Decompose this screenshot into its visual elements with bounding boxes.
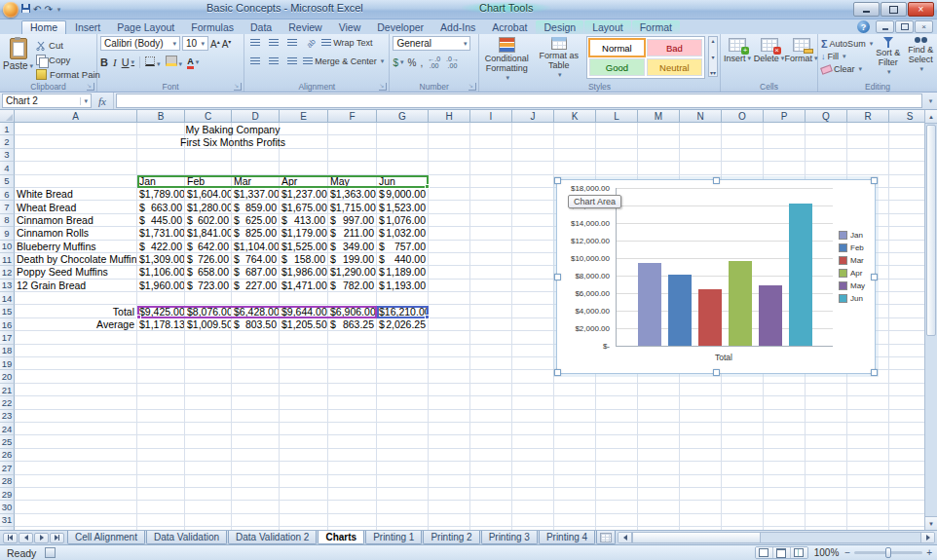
cell-h23[interactable]: [429, 410, 470, 423]
cell-q25[interactable]: [806, 435, 847, 448]
tab-developer[interactable]: Developer: [369, 20, 431, 34]
cell-b22[interactable]: [137, 396, 185, 409]
cell-k1[interactable]: [554, 123, 596, 135]
fill-color-button[interactable]: ▾: [166, 56, 183, 68]
cell-q31[interactable]: [806, 514, 847, 527]
cell-f8[interactable]: $997.00: [328, 214, 377, 227]
cell-c21[interactable]: [185, 384, 232, 396]
cell-e27[interactable]: [280, 462, 328, 474]
cell-k22[interactable]: [554, 396, 596, 409]
cell-l25[interactable]: [596, 435, 638, 448]
column-header-m[interactable]: M: [638, 110, 680, 123]
cell-q29[interactable]: [806, 488, 847, 501]
cell-i7[interactable]: [470, 201, 512, 213]
cell-f27[interactable]: [328, 462, 377, 474]
cell-j26[interactable]: [512, 449, 554, 462]
cell-e8[interactable]: $413.00: [280, 214, 328, 227]
horizontal-scrollbar[interactable]: [618, 532, 935, 543]
cell-i17[interactable]: [470, 331, 512, 344]
cell-k32[interactable]: [554, 527, 596, 530]
undo-button[interactable]: ↶: [33, 5, 41, 15]
cell-e11[interactable]: $158.00: [280, 253, 328, 266]
cell-e12[interactable]: $1,986.00: [280, 266, 328, 279]
cell-d26[interactable]: [232, 449, 280, 462]
cell-b24[interactable]: [137, 423, 185, 435]
cell-r30[interactable]: [847, 501, 889, 513]
zoom-thumb[interactable]: [885, 547, 891, 558]
cell-h9[interactable]: [429, 227, 470, 240]
row-header-12[interactable]: 12: [0, 266, 15, 279]
cell-n4[interactable]: [680, 162, 722, 174]
cell-l30[interactable]: [596, 501, 638, 513]
cell-l1[interactable]: [596, 123, 638, 135]
cell-f4[interactable]: [328, 162, 377, 174]
cell-o31[interactable]: [722, 514, 764, 527]
cell-a3[interactable]: [15, 149, 137, 162]
cell-a4[interactable]: [15, 162, 137, 174]
cell-a15[interactable]: Total: [15, 305, 137, 317]
close-button[interactable]: ×: [908, 2, 934, 17]
cell-h13[interactable]: [429, 280, 470, 292]
cell-f25[interactable]: [328, 435, 377, 448]
cell-f9[interactable]: $211.00: [328, 227, 377, 240]
delete-cells-button[interactable]: Delete▾: [755, 38, 783, 63]
cell-o4[interactable]: [722, 162, 764, 174]
cell-f23[interactable]: [328, 410, 377, 423]
cell-d16[interactable]: $803.50: [232, 318, 280, 331]
cell-j8[interactable]: [512, 214, 554, 227]
cell-h14[interactable]: [429, 292, 470, 305]
cell-r2[interactable]: [847, 135, 889, 148]
cell-c29[interactable]: [185, 488, 232, 501]
cell-g28[interactable]: [377, 475, 429, 488]
cell-q24[interactable]: [806, 423, 847, 435]
cell-h19[interactable]: [429, 357, 470, 370]
cell-m32[interactable]: [638, 527, 680, 530]
cell-e6[interactable]: $1,237.00: [280, 188, 328, 201]
cell-a29[interactable]: [15, 488, 137, 501]
help-icon[interactable]: ?: [857, 20, 870, 33]
tab-design[interactable]: Design: [536, 20, 583, 34]
cell-d14[interactable]: [232, 292, 280, 305]
autosum-button[interactable]: ΣAutoSum▾: [821, 39, 870, 49]
row-header-23[interactable]: 23: [0, 410, 15, 423]
cell-e19[interactable]: [280, 357, 328, 370]
cell-r25[interactable]: [847, 435, 889, 448]
cell-d9[interactable]: $825.00: [232, 227, 280, 240]
cell-f22[interactable]: [328, 396, 377, 409]
chart-resize-handle[interactable]: [871, 177, 878, 184]
cell-d19[interactable]: [232, 357, 280, 370]
scroll-right-icon[interactable]: [920, 533, 934, 542]
cell-o23[interactable]: [722, 410, 764, 423]
vertical-scrollbar[interactable]: ▲ ▼: [924, 110, 937, 530]
cell-i2[interactable]: [470, 135, 512, 148]
cell-g23[interactable]: [377, 410, 429, 423]
cell-i21[interactable]: [470, 384, 512, 396]
cell-j6[interactable]: [512, 188, 554, 201]
row-header-18[interactable]: 18: [0, 345, 15, 357]
chart-resize-handle[interactable]: [713, 177, 720, 184]
cell-i15[interactable]: [470, 305, 512, 317]
cell-r24[interactable]: [847, 423, 889, 435]
sheet-tab-printing-3[interactable]: Printing 3: [481, 531, 538, 544]
cell-g8[interactable]: $1,076.00: [377, 214, 429, 227]
cell-f12[interactable]: $1,290.00: [328, 266, 377, 279]
cell-b19[interactable]: [137, 357, 185, 370]
cell-d7[interactable]: $859.00: [232, 201, 280, 213]
cell-h5[interactable]: [429, 175, 470, 188]
cell-j22[interactable]: [512, 396, 554, 409]
redo-button[interactable]: ↷: [44, 5, 52, 15]
cell-d21[interactable]: [232, 384, 280, 396]
cell-j15[interactable]: [512, 305, 554, 317]
cell-b21[interactable]: [137, 384, 185, 396]
cell-i32[interactable]: [470, 527, 512, 530]
cell-c32[interactable]: [185, 527, 232, 530]
row-header-13[interactable]: 13: [0, 280, 15, 292]
cell-b23[interactable]: [137, 410, 185, 423]
format-cells-button[interactable]: Format▾: [787, 38, 815, 63]
cell-j13[interactable]: [512, 280, 554, 292]
cell-j2[interactable]: [512, 135, 554, 148]
cell-h31[interactable]: [429, 514, 470, 527]
cell-j19[interactable]: [512, 357, 554, 370]
cell-c3[interactable]: [185, 149, 232, 162]
cell-f1[interactable]: [328, 123, 377, 135]
